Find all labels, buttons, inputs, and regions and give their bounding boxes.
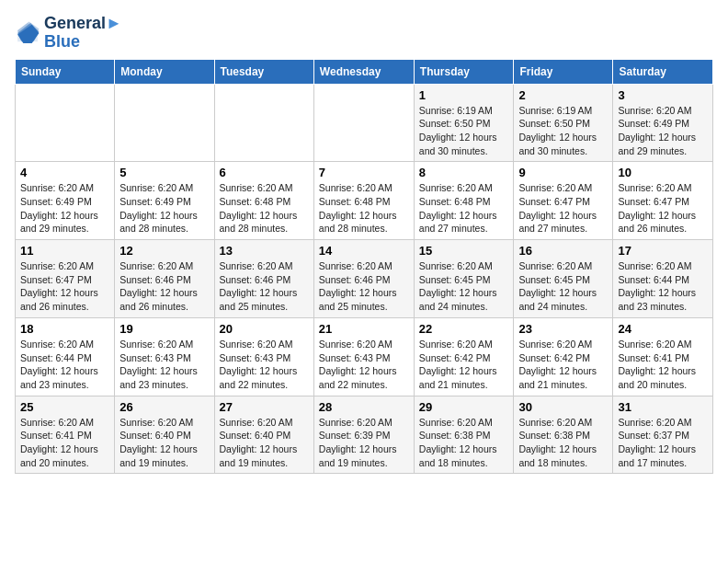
header-wednesday: Wednesday — [313, 59, 414, 84]
day-info: Sunrise: 6:20 AMSunset: 6:45 PMDaylight:… — [419, 259, 509, 314]
day-number: 10 — [618, 166, 708, 179]
day-number: 5 — [119, 166, 209, 179]
day-number: 31 — [618, 400, 708, 414]
day-number: 6 — [220, 166, 309, 179]
day-info: Sunrise: 6:20 AMSunset: 6:44 PMDaylight:… — [618, 259, 708, 314]
day-number: 7 — [319, 166, 409, 179]
day-info: Sunrise: 6:20 AMSunset: 6:37 PMDaylight:… — [618, 416, 708, 470]
day-number: 25 — [20, 400, 109, 414]
calendar-cell: 26Sunrise: 6:20 AMSunset: 6:40 PMDayligh… — [115, 396, 214, 474]
day-number: 2 — [518, 88, 608, 102]
calendar-week-3: 11Sunrise: 6:20 AMSunset: 6:47 PMDayligh… — [16, 240, 713, 318]
logo: General► Blue — [15, 15, 122, 52]
calendar-cell: 14Sunrise: 6:20 AMSunset: 6:46 PMDayligh… — [313, 240, 414, 318]
calendar-cell: 28Sunrise: 6:20 AMSunset: 6:39 PMDayligh… — [313, 396, 414, 474]
day-info: Sunrise: 6:20 AMSunset: 6:47 PMDaylight:… — [518, 181, 608, 236]
day-info: Sunrise: 6:20 AMSunset: 6:42 PMDaylight:… — [518, 338, 608, 392]
day-number: 16 — [518, 244, 608, 258]
day-number: 13 — [220, 244, 309, 258]
day-info: Sunrise: 6:20 AMSunset: 6:38 PMDaylight:… — [518, 416, 608, 470]
calendar-cell — [214, 84, 313, 162]
day-info: Sunrise: 6:20 AMSunset: 6:40 PMDaylight:… — [119, 416, 209, 470]
calendar-cell: 22Sunrise: 6:20 AMSunset: 6:42 PMDayligh… — [414, 317, 514, 396]
calendar-cell: 27Sunrise: 6:20 AMSunset: 6:40 PMDayligh… — [214, 396, 313, 474]
day-info: Sunrise: 6:20 AMSunset: 6:47 PMDaylight:… — [618, 181, 708, 236]
header-tuesday: Tuesday — [214, 59, 313, 84]
calendar-cell: 8Sunrise: 6:20 AMSunset: 6:48 PMDaylight… — [414, 162, 514, 240]
day-number: 18 — [20, 322, 109, 336]
day-number: 9 — [518, 166, 608, 179]
day-info: Sunrise: 6:20 AMSunset: 6:45 PMDaylight:… — [518, 259, 608, 314]
calendar-cell: 10Sunrise: 6:20 AMSunset: 6:47 PMDayligh… — [613, 162, 713, 240]
calendar-cell: 16Sunrise: 6:20 AMSunset: 6:45 PMDayligh… — [514, 240, 613, 318]
page-header: General► Blue — [15, 15, 713, 52]
calendar-cell: 1Sunrise: 6:19 AMSunset: 6:50 PMDaylight… — [414, 84, 514, 162]
day-number: 3 — [618, 88, 708, 102]
logo-text: General► Blue — [44, 15, 122, 52]
header-saturday: Saturday — [613, 59, 713, 84]
calendar-header-row: SundayMondayTuesdayWednesdayThursdayFrid… — [16, 59, 713, 84]
day-number: 29 — [419, 400, 509, 414]
day-number: 21 — [319, 322, 409, 336]
calendar-cell — [313, 84, 414, 162]
calendar-cell: 2Sunrise: 6:19 AMSunset: 6:50 PMDaylight… — [514, 84, 613, 162]
calendar-cell: 25Sunrise: 6:20 AMSunset: 6:41 PMDayligh… — [16, 396, 115, 474]
day-info: Sunrise: 6:20 AMSunset: 6:44 PMDaylight:… — [20, 338, 109, 392]
day-number: 23 — [518, 322, 608, 336]
calendar-week-2: 4Sunrise: 6:20 AMSunset: 6:49 PMDaylight… — [16, 162, 713, 240]
calendar-cell: 6Sunrise: 6:20 AMSunset: 6:48 PMDaylight… — [214, 162, 313, 240]
day-info: Sunrise: 6:20 AMSunset: 6:46 PMDaylight:… — [319, 259, 409, 314]
day-number: 28 — [319, 400, 409, 414]
calendar-cell: 24Sunrise: 6:20 AMSunset: 6:41 PMDayligh… — [613, 317, 713, 396]
day-info: Sunrise: 6:20 AMSunset: 6:42 PMDaylight:… — [419, 338, 509, 392]
calendar-cell: 20Sunrise: 6:20 AMSunset: 6:43 PMDayligh… — [214, 317, 313, 396]
day-info: Sunrise: 6:20 AMSunset: 6:48 PMDaylight:… — [319, 181, 409, 236]
day-info: Sunrise: 6:20 AMSunset: 6:43 PMDaylight:… — [220, 338, 309, 392]
calendar-cell: 3Sunrise: 6:20 AMSunset: 6:49 PMDaylight… — [613, 84, 713, 162]
calendar-cell: 11Sunrise: 6:20 AMSunset: 6:47 PMDayligh… — [16, 240, 115, 318]
calendar-week-1: 1Sunrise: 6:19 AMSunset: 6:50 PMDaylight… — [16, 84, 713, 162]
day-info: Sunrise: 6:20 AMSunset: 6:43 PMDaylight:… — [119, 338, 209, 392]
header-thursday: Thursday — [414, 59, 514, 84]
calendar-cell: 17Sunrise: 6:20 AMSunset: 6:44 PMDayligh… — [613, 240, 713, 318]
day-number: 14 — [319, 244, 409, 258]
calendar-week-5: 25Sunrise: 6:20 AMSunset: 6:41 PMDayligh… — [16, 396, 713, 474]
day-number: 17 — [618, 244, 708, 258]
day-info: Sunrise: 6:20 AMSunset: 6:40 PMDaylight:… — [220, 416, 309, 470]
calendar-cell: 5Sunrise: 6:20 AMSunset: 6:49 PMDaylight… — [115, 162, 214, 240]
calendar-cell — [115, 84, 214, 162]
day-info: Sunrise: 6:20 AMSunset: 6:46 PMDaylight:… — [220, 259, 309, 314]
day-number: 19 — [119, 322, 209, 336]
day-number: 26 — [119, 400, 209, 414]
calendar-cell: 4Sunrise: 6:20 AMSunset: 6:49 PMDaylight… — [16, 162, 115, 240]
calendar-cell: 7Sunrise: 6:20 AMSunset: 6:48 PMDaylight… — [313, 162, 414, 240]
day-number: 4 — [20, 166, 109, 179]
calendar-cell: 31Sunrise: 6:20 AMSunset: 6:37 PMDayligh… — [613, 396, 713, 474]
calendar-cell — [16, 84, 115, 162]
calendar-cell: 19Sunrise: 6:20 AMSunset: 6:43 PMDayligh… — [115, 317, 214, 396]
day-number: 27 — [220, 400, 309, 414]
day-number: 30 — [518, 400, 608, 414]
day-number: 12 — [119, 244, 209, 258]
day-number: 8 — [419, 166, 509, 179]
day-number: 1 — [419, 88, 509, 102]
day-info: Sunrise: 6:20 AMSunset: 6:38 PMDaylight:… — [419, 416, 509, 470]
day-info: Sunrise: 6:20 AMSunset: 6:48 PMDaylight:… — [419, 181, 509, 236]
day-info: Sunrise: 6:20 AMSunset: 6:41 PMDaylight:… — [20, 416, 109, 470]
header-monday: Monday — [115, 59, 214, 84]
calendar-cell: 23Sunrise: 6:20 AMSunset: 6:42 PMDayligh… — [514, 317, 613, 396]
day-info: Sunrise: 6:20 AMSunset: 6:49 PMDaylight:… — [618, 104, 708, 158]
calendar-cell: 30Sunrise: 6:20 AMSunset: 6:38 PMDayligh… — [514, 396, 613, 474]
day-info: Sunrise: 6:20 AMSunset: 6:43 PMDaylight:… — [319, 338, 409, 392]
day-number: 20 — [220, 322, 309, 336]
calendar-cell: 29Sunrise: 6:20 AMSunset: 6:38 PMDayligh… — [414, 396, 514, 474]
day-info: Sunrise: 6:20 AMSunset: 6:39 PMDaylight:… — [319, 416, 409, 470]
day-info: Sunrise: 6:19 AMSunset: 6:50 PMDaylight:… — [518, 104, 608, 158]
logo-icon — [15, 20, 40, 46]
day-number: 22 — [419, 322, 509, 336]
day-info: Sunrise: 6:20 AMSunset: 6:47 PMDaylight:… — [20, 259, 109, 314]
day-number: 24 — [618, 322, 708, 336]
calendar-table: SundayMondayTuesdayWednesdayThursdayFrid… — [15, 59, 713, 475]
calendar-cell: 13Sunrise: 6:20 AMSunset: 6:46 PMDayligh… — [214, 240, 313, 318]
header-sunday: Sunday — [16, 59, 115, 84]
